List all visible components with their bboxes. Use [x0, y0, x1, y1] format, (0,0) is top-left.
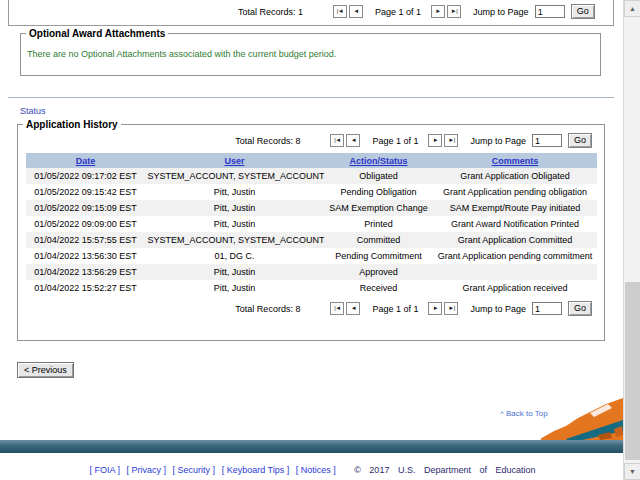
column-header-user[interactable]: User [146, 153, 324, 168]
first-page-button[interactable]: |◄ [333, 5, 347, 18]
first-page-icon: |◄ [334, 137, 341, 143]
total-records-label: Total Records: 8 [235, 136, 300, 146]
table-cell: SYSTEM_ACCOUNT, SYSTEM_ACCOUNT [146, 232, 324, 248]
page-number-input[interactable] [532, 302, 562, 315]
table-row: 01/05/2022 09:15:09 ESTPitt, JustinSAM E… [26, 200, 597, 216]
table-cell: Grant Application Committed [434, 232, 597, 248]
first-page-button[interactable]: |◄ [330, 302, 344, 315]
table-cell: 01/04/2022 13:56:30 EST [26, 248, 146, 264]
last-page-button[interactable]: ►| [447, 5, 461, 18]
table-row: 01/04/2022 15:57:55 ESTSYSTEM_ACCOUNT, S… [26, 232, 597, 248]
jump-to-page-label: Jump to Page [473, 7, 529, 17]
next-page-icon: ► [435, 8, 440, 14]
table-cell: Pitt, Justin [146, 184, 324, 200]
prev-page-button[interactable]: ◄ [349, 5, 363, 18]
scrollbar-thumb[interactable] [625, 282, 640, 460]
footer-link-security[interactable]: [ Security ] [173, 465, 216, 475]
vertical-scrollbar[interactable]: ▲ ▼ [623, 0, 640, 480]
table-row: 01/05/2022 09:17:02 ESTSYSTEM_ACCOUNT, S… [26, 168, 597, 184]
page-number-input[interactable] [535, 5, 565, 18]
table-cell: Obligated [324, 168, 434, 184]
next-page-icon: ► [433, 137, 438, 143]
prev-page-button[interactable]: ◄ [346, 302, 360, 315]
attachments-pagination: Total Records: 1 |◄ ◄ Page 1 of 1 ► ►| J… [238, 4, 595, 19]
table-cell: Grant Application Obligated [434, 168, 597, 184]
application-history-table: Date User Action/Status Comments 01/05/2… [26, 153, 597, 296]
table-cell: Pitt, Justin [146, 200, 324, 216]
table-row: 01/04/2022 13:56:29 ESTPitt, JustinAppro… [26, 264, 597, 280]
table-cell: Grant Application received [434, 280, 597, 296]
column-header-date[interactable]: Date [26, 153, 146, 168]
next-page-button[interactable]: ► [428, 134, 442, 147]
optional-attachments-fieldset: Optional Award Attachments There are no … [20, 28, 601, 76]
jump-to-page-label: Jump to Page [470, 304, 526, 314]
scroll-up-button[interactable]: ▲ [624, 0, 640, 17]
history-pagination-bottom: Total Records: 8 |◄ ◄ Page 1 of 1 ► ►| J… [18, 301, 604, 316]
table-cell: 01/05/2022 09:15:42 EST [26, 184, 146, 200]
footer: [ FOIA ] [ Privacy ] [ Security ] [ Keyb… [0, 465, 623, 475]
scroll-down-icon: ▼ [629, 468, 636, 475]
status-link[interactable]: Status [20, 106, 46, 116]
application-history-legend: Application History [23, 119, 121, 130]
footer-link-notices[interactable]: [ Notices ] [296, 465, 336, 475]
page-number-input[interactable] [532, 134, 562, 147]
table-cell: Committed [324, 232, 434, 248]
table-cell [434, 264, 597, 280]
table-row: 01/05/2022 09:15:42 ESTPitt, JustinPendi… [26, 184, 597, 200]
table-cell: Received [324, 280, 434, 296]
prev-page-icon: ◄ [353, 8, 358, 14]
table-cell: Grant Application pending commitment [434, 248, 597, 264]
last-page-icon: ►| [448, 305, 455, 311]
previous-button[interactable]: < Previous [17, 362, 74, 378]
optional-attachments-legend: Optional Award Attachments [26, 28, 168, 39]
table-row: 01/05/2022 09:09:00 ESTPitt, JustinPrint… [26, 216, 597, 232]
scroll-up-icon: ▲ [629, 5, 636, 12]
next-page-icon: ► [433, 305, 438, 311]
table-cell: 01/05/2022 09:17:02 EST [26, 168, 146, 184]
table-cell: 01/05/2022 09:09:00 EST [26, 216, 146, 232]
footer-link-keyboard-tips[interactable]: [ Keyboard Tips ] [222, 465, 290, 475]
last-page-button[interactable]: ►| [444, 302, 458, 315]
prev-page-icon: ◄ [351, 137, 356, 143]
application-history-fieldset: Application History Total Records: 8 |◄ … [17, 119, 605, 341]
table-cell: 01/04/2022 13:56:29 EST [26, 264, 146, 280]
history-table-body: 01/05/2022 09:17:02 ESTSYSTEM_ACCOUNT, S… [26, 168, 597, 296]
copyright-text: © 2017 U.S. Department of Education [354, 465, 535, 475]
first-page-button[interactable]: |◄ [330, 134, 344, 147]
go-button[interactable]: Go [571, 4, 595, 19]
table-cell: Pending Obligation [324, 184, 434, 200]
last-page-button[interactable]: ►| [444, 134, 458, 147]
table-cell: Pitt, Justin [146, 280, 324, 296]
column-header-comments[interactable]: Comments [434, 153, 597, 168]
table-cell: Grant Award Notification Printed [434, 216, 597, 232]
prev-page-icon: ◄ [351, 305, 356, 311]
total-records-label: Total Records: 8 [235, 304, 300, 314]
first-page-icon: |◄ [334, 305, 341, 311]
go-button[interactable]: Go [568, 133, 592, 148]
footer-link-foia[interactable]: [ FOIA ] [90, 465, 121, 475]
table-cell: 01/05/2022 09:15:09 EST [26, 200, 146, 216]
page: Total Records: 1 |◄ ◄ Page 1 of 1 ► ►| J… [0, 0, 640, 480]
table-header-row: Date User Action/Status Comments [26, 153, 597, 168]
footer-link-privacy[interactable]: [ Privacy ] [127, 465, 167, 475]
footer-banner-bar [0, 440, 623, 453]
table-cell: 01, DG C. [146, 248, 324, 264]
table-cell: Pitt, Justin [146, 264, 324, 280]
jump-to-page-label: Jump to Page [470, 136, 526, 146]
table-cell: Grant Application pending obligation [434, 184, 597, 200]
table-cell: SAM Exemption Change [324, 200, 434, 216]
prev-page-button[interactable]: ◄ [346, 134, 360, 147]
scroll-down-button[interactable]: ▼ [624, 463, 640, 480]
last-page-icon: ►| [448, 137, 455, 143]
next-page-button[interactable]: ► [428, 302, 442, 315]
table-cell: Printed [324, 216, 434, 232]
column-header-action-status[interactable]: Action/Status [324, 153, 434, 168]
table-cell: SYSTEM_ACCOUNT, SYSTEM_ACCOUNT [146, 168, 324, 184]
history-pagination-top: Total Records: 8 |◄ ◄ Page 1 of 1 ► ►| J… [18, 133, 604, 148]
next-page-button[interactable]: ► [431, 5, 445, 18]
first-page-icon: |◄ [337, 8, 344, 14]
corner-artwork-image [540, 395, 623, 441]
go-button[interactable]: Go [568, 301, 592, 316]
table-cell: 01/04/2022 15:57:55 EST [26, 232, 146, 248]
page-indicator: Page 1 of 1 [372, 136, 418, 146]
